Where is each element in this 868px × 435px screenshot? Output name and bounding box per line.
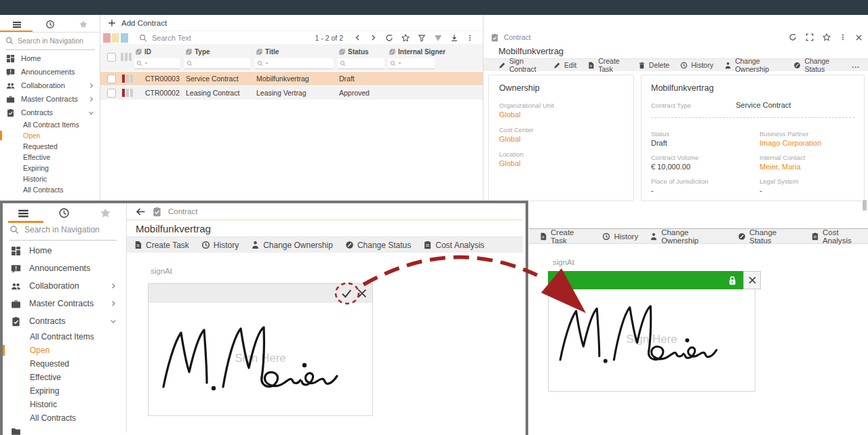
clipboard-icon bbox=[152, 207, 162, 217]
add-contract-button[interactable]: Add Contract bbox=[100, 15, 483, 31]
location-link[interactable]: Global bbox=[499, 159, 623, 167]
signature-canvas[interactable]: Sign Here bbox=[149, 303, 372, 415]
document-icon bbox=[134, 241, 142, 249]
color-filter-chip-blue[interactable] bbox=[121, 33, 128, 43]
sidebar-item-contracts[interactable]: Contracts bbox=[3, 313, 126, 329]
column-header-id[interactable]: ID bbox=[136, 48, 151, 56]
history-icon[interactable] bbox=[45, 20, 55, 29]
fullscreen-icon[interactable] bbox=[806, 33, 814, 41]
sort-filter-icon[interactable] bbox=[434, 34, 442, 42]
change-ownership-button[interactable]: Change Ownership bbox=[251, 241, 333, 250]
history-button[interactable]: History bbox=[201, 241, 239, 250]
sidebar-item-announcements[interactable]: Announcements bbox=[0, 65, 100, 79]
prev-page-icon[interactable] bbox=[354, 34, 361, 41]
refresh-icon[interactable] bbox=[385, 34, 393, 42]
history-button[interactable]: History bbox=[680, 61, 713, 69]
row-checkbox[interactable] bbox=[107, 89, 116, 98]
next-page-icon[interactable] bbox=[370, 34, 377, 41]
change-ownership-button[interactable]: Change Ownership bbox=[724, 57, 783, 73]
sidebar-item-home[interactable]: Home bbox=[0, 51, 100, 65]
sidebar-item-label: Collaboration bbox=[21, 81, 65, 89]
sidebar-item-historic[interactable]: Historic bbox=[0, 173, 100, 184]
signature-pad[interactable]: Sign Here bbox=[148, 283, 373, 416]
signature-drawing bbox=[158, 319, 348, 400]
back-arrow-icon[interactable] bbox=[136, 207, 146, 217]
menu-icon[interactable] bbox=[12, 20, 22, 29]
list-search-placeholder[interactable]: Search Text bbox=[152, 34, 191, 42]
change-status-button[interactable]: Change Status bbox=[345, 241, 411, 250]
table-row[interactable]: CTR00003 Service Contract Mobilfunkvertr… bbox=[100, 72, 483, 85]
scrollbar-thumb[interactable] bbox=[863, 200, 867, 211]
column-header-title[interactable]: Title bbox=[256, 48, 279, 56]
contract-volume-value: € 10,000.00 bbox=[651, 163, 760, 171]
sidebar-item-all-contracts[interactable]: All Contracts bbox=[3, 410, 126, 426]
column-header-type[interactable]: Type bbox=[186, 48, 210, 56]
color-filter-chip-red[interactable] bbox=[103, 33, 111, 43]
filter-icon[interactable] bbox=[418, 34, 426, 42]
sidebar-item-open[interactable]: Open bbox=[0, 130, 100, 141]
favorite-icon[interactable] bbox=[823, 33, 831, 41]
cost-analysis-button[interactable]: Cost Analysis bbox=[423, 241, 484, 250]
delete-button[interactable]: Delete bbox=[638, 61, 669, 69]
column-icon bbox=[256, 49, 262, 55]
close-icon[interactable] bbox=[356, 287, 368, 299]
column-header-status[interactable]: Status bbox=[339, 48, 369, 56]
sidebar-item-expiring[interactable]: Expiring bbox=[0, 163, 100, 173]
kebab-menu-icon[interactable] bbox=[840, 33, 846, 41]
subitem-label: All Contract Items bbox=[23, 121, 79, 129]
table-row[interactable]: CTR00002 Leasing Contract Leasing Vertra… bbox=[100, 86, 483, 100]
star-icon[interactable] bbox=[100, 207, 111, 219]
sidebar-item-home[interactable]: Home bbox=[3, 243, 126, 259]
filter-input-status[interactable] bbox=[338, 58, 384, 69]
row-checkbox[interactable] bbox=[107, 75, 116, 83]
sidebar-item-announcements[interactable]: Announcements bbox=[3, 260, 126, 276]
star-icon[interactable] bbox=[79, 20, 88, 29]
internal-contact-link[interactable]: Meier, Maria bbox=[760, 163, 821, 171]
cost-analysis-button[interactable]: Cost Analysis bbox=[811, 228, 868, 245]
filter-input-internal-signer[interactable] bbox=[388, 58, 435, 69]
create-task-button[interactable]: Create Task bbox=[539, 228, 591, 245]
create-task-button[interactable]: Create Task bbox=[134, 241, 189, 250]
business-partner-link[interactable]: Imago Corporation bbox=[760, 139, 821, 147]
briefcase-icon bbox=[6, 95, 15, 104]
sidebar-item-all-contracts[interactable]: All Contracts bbox=[0, 184, 100, 195]
select-all-checkbox[interactable] bbox=[107, 53, 116, 62]
sidebar-item-all-contract-items[interactable]: All Contract Items bbox=[0, 119, 100, 130]
column-header-internal-signer[interactable]: Internal Signer bbox=[389, 48, 446, 56]
sign-contract-button[interactable]: Sign Contract bbox=[498, 57, 542, 73]
edit-button[interactable]: Edit bbox=[553, 61, 576, 69]
filter-input-title[interactable] bbox=[255, 58, 333, 69]
toolbar-overflow-button[interactable]: ... bbox=[852, 61, 868, 69]
window-title-bar bbox=[0, 0, 868, 15]
change-status-button[interactable]: Change Status bbox=[738, 228, 800, 245]
overlay-sidebar-search[interactable]: Search in Navigation bbox=[9, 224, 117, 241]
sidebar-item-master-contracts[interactable]: Master Contracts bbox=[0, 92, 100, 106]
org-unit-link[interactable]: Global bbox=[499, 110, 623, 119]
cost-center-link[interactable]: Global bbox=[499, 135, 623, 143]
favorite-icon[interactable] bbox=[401, 34, 410, 42]
history-button[interactable]: History bbox=[602, 232, 638, 241]
jurisdiction-value: - bbox=[651, 186, 760, 194]
sidebar-search[interactable]: Search in Navigation bbox=[5, 35, 95, 50]
sidebar-item-collaboration[interactable]: Collaboration bbox=[0, 79, 100, 92]
download-icon[interactable] bbox=[450, 34, 458, 42]
close-icon[interactable] bbox=[743, 271, 761, 289]
sign-field-label: signAt bbox=[553, 258, 574, 266]
create-task-button[interactable]: Create Task bbox=[587, 57, 627, 73]
color-filter-chip-yellow[interactable] bbox=[112, 33, 119, 43]
history-icon[interactable] bbox=[58, 207, 70, 219]
sidebar-item-collaboration[interactable]: Collaboration bbox=[3, 278, 126, 294]
filter-input-id[interactable] bbox=[134, 58, 180, 69]
sidebar-item-effective[interactable]: Effective bbox=[0, 152, 100, 163]
sidebar-item-requested[interactable]: Requested bbox=[0, 141, 100, 152]
filter-input-type[interactable] bbox=[184, 58, 250, 69]
confirm-signature-icon[interactable] bbox=[340, 287, 353, 300]
sidebar-item-master-contracts[interactable]: Master Contracts bbox=[3, 295, 126, 312]
kebab-menu-icon[interactable] bbox=[467, 34, 473, 42]
close-icon[interactable] bbox=[855, 34, 863, 41]
refresh-icon[interactable] bbox=[789, 33, 797, 41]
menu-icon[interactable] bbox=[18, 207, 29, 219]
sidebar-item-contracts[interactable]: Contracts bbox=[0, 106, 100, 119]
change-ownership-button[interactable]: Change Ownership bbox=[650, 228, 726, 245]
change-status-button[interactable]: Change Status bbox=[793, 57, 841, 73]
